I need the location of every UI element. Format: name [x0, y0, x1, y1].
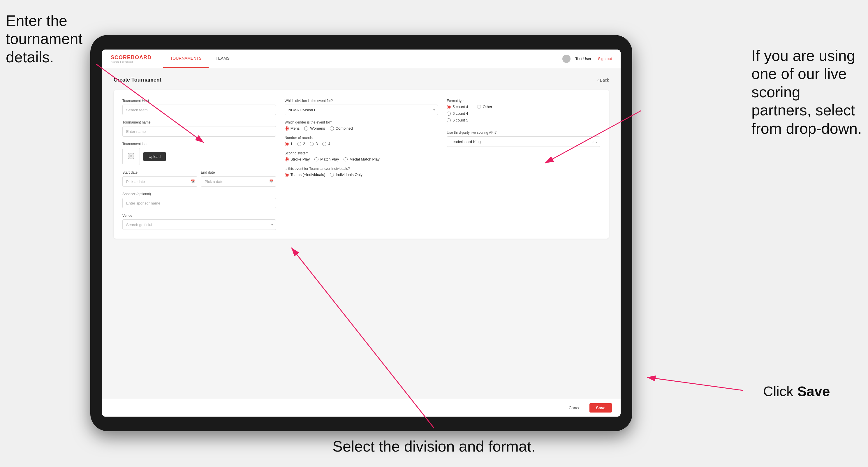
start-date-wrapper: 📅 — [122, 176, 197, 187]
navbar-tabs: TOURNAMENTS TEAMS — [163, 50, 237, 68]
scoring-medal[interactable]: Medal Match Play — [344, 157, 379, 161]
teams-both-label: Teams (+Individuals) — [290, 173, 326, 177]
gender-womens-label: Womens — [310, 126, 325, 130]
scoring-label: Scoring system — [285, 151, 438, 155]
rounds-2-label: 2 — [303, 142, 305, 146]
format-6count4[interactable]: 6 count 4 — [447, 111, 468, 116]
calendar-icon: 📅 — [191, 180, 195, 184]
logo-preview: 🖼 — [122, 148, 140, 165]
gender-mens[interactable]: Mens — [285, 126, 300, 130]
middle-column: Which division is the event for? NCAA Di… — [285, 99, 438, 230]
format-6count4-label: 6 count 4 — [453, 111, 468, 116]
signout-link[interactable]: Sign out — [598, 57, 612, 61]
tournament-name-group: Tournament name — [122, 120, 276, 137]
format-other-label: Other — [483, 104, 492, 109]
gender-label: Which gender is the event for? — [285, 120, 438, 124]
navbar-logo: SCOREBOARD Powered by Clippd — [111, 55, 152, 63]
sponsor-label: Sponsor (optional) — [122, 192, 276, 196]
start-date-input[interactable] — [122, 176, 197, 187]
rounds-1-label: 1 — [290, 142, 292, 146]
division-label: Which division is the event for? — [285, 99, 438, 103]
rounds-1[interactable]: 1 — [285, 142, 292, 146]
form-columns: Tournament Host Tournament name Tourname… — [122, 99, 600, 230]
left-column: Tournament Host Tournament name Tourname… — [122, 99, 276, 230]
scoring-radio-row: Stroke Play Match Play Medal Match Play — [285, 157, 438, 161]
tournament-host-label: Tournament Host — [122, 99, 276, 103]
tournament-logo-label: Tournament logo — [122, 142, 276, 146]
sponsor-group: Sponsor (optional) — [122, 192, 276, 208]
tablet-screen: SCOREBOARD Powered by Clippd TOURNAMENTS… — [102, 50, 621, 416]
annotation-bottom-center: Select the division and format. — [333, 437, 535, 455]
scoring-match-label: Match Play — [320, 157, 339, 161]
venue-input[interactable] — [122, 219, 276, 230]
gender-radio-row: Mens Womens Combined — [285, 126, 438, 130]
scoring-stroke[interactable]: Stroke Play — [285, 157, 310, 161]
navbar: SCOREBOARD Powered by Clippd TOURNAMENTS… — [102, 50, 621, 68]
end-date-group: End date 📅 — [201, 170, 276, 187]
calendar-icon-end: 📅 — [269, 180, 274, 184]
upload-button[interactable]: Upload — [143, 152, 166, 161]
cancel-button[interactable]: Cancel — [564, 403, 586, 412]
venue-select-wrapper: ▾ — [122, 219, 276, 230]
format-5count4-label: 5 count 4 — [453, 104, 468, 109]
live-scoring-input-wrapper: × ⌄ — [447, 136, 600, 147]
sponsor-input[interactable] — [122, 198, 276, 208]
logo-upload-area: 🖼 Upload — [122, 148, 276, 165]
format-options-right: Other — [477, 104, 492, 122]
annotation-bottom-right: Click Save — [763, 383, 862, 400]
gender-combined[interactable]: Combined — [330, 126, 353, 130]
format-other[interactable]: Other — [477, 104, 492, 109]
end-date-label: End date — [201, 170, 276, 175]
format-5count4[interactable]: 5 count 4 — [447, 104, 468, 109]
scoring-match[interactable]: Match Play — [314, 157, 339, 161]
format-options-left: 5 count 4 6 count 4 6 count 5 — [447, 104, 468, 122]
end-date-wrapper: 📅 — [201, 176, 276, 187]
format-6count5[interactable]: 6 count 5 — [447, 118, 468, 122]
live-scoring-clear[interactable]: × ⌄ — [592, 139, 598, 144]
bottom-bar: Cancel Save — [102, 399, 621, 416]
scoring-group: Scoring system Stroke Play Match Play — [285, 151, 438, 161]
format-6count5-label: 6 count 5 — [453, 118, 468, 122]
division-select[interactable]: NCAA Division I — [285, 104, 438, 115]
tab-teams[interactable]: TEAMS — [209, 50, 237, 68]
venue-group: Venue ▾ — [122, 214, 276, 230]
back-link[interactable]: ‹ Back — [597, 78, 609, 83]
main-content: Create Tournament ‹ Back Tournament Host… — [102, 68, 621, 399]
teams-radio-row: Teams (+Individuals) Individuals Only — [285, 173, 438, 177]
scoring-medal-label: Medal Match Play — [349, 157, 379, 161]
page-title: Create Tournament — [114, 77, 161, 83]
rounds-2[interactable]: 2 — [297, 142, 305, 146]
tournament-host-input[interactable] — [122, 104, 276, 115]
format-type-label: Format type — [447, 99, 600, 103]
live-scoring-label: Use third-party live scoring API? — [447, 130, 600, 134]
tablet-device: SCOREBOARD Powered by Clippd TOURNAMENTS… — [90, 35, 632, 431]
form-card: Tournament Host Tournament name Tourname… — [114, 90, 609, 239]
date-row: Start date 📅 End date 📅 — [122, 170, 276, 187]
teams-both[interactable]: Teams (+Individuals) — [285, 173, 326, 177]
division-group: Which division is the event for? NCAA Di… — [285, 99, 438, 115]
gender-group: Which gender is the event for? Mens Wome… — [285, 120, 438, 130]
save-button[interactable]: Save — [589, 403, 612, 412]
gender-womens[interactable]: Womens — [304, 126, 325, 130]
logo-sub: Powered by Clippd — [111, 61, 152, 63]
end-date-input[interactable] — [201, 176, 276, 187]
annotation-top-left: Enter the tournament details. — [6, 12, 87, 66]
start-date-label: Start date — [122, 170, 197, 175]
teams-individuals[interactable]: Individuals Only — [330, 173, 363, 177]
tournament-name-input[interactable] — [122, 126, 276, 137]
tab-tournaments[interactable]: TOURNAMENTS — [163, 50, 209, 68]
division-select-wrapper: NCAA Division I ▾ — [285, 104, 438, 115]
avatar — [562, 55, 570, 63]
live-scoring-input[interactable] — [447, 136, 600, 147]
rounds-4[interactable]: 4 — [322, 142, 330, 146]
format-type-group: Format type 5 count 4 6 count — [447, 99, 600, 122]
navbar-user: Test User | — [575, 57, 593, 61]
teams-individuals-label: Individuals Only — [336, 173, 363, 177]
tournament-host-group: Tournament Host — [122, 99, 276, 115]
venue-label: Venue — [122, 214, 276, 218]
rounds-3[interactable]: 3 — [310, 142, 318, 146]
svg-line-4 — [647, 377, 743, 391]
teams-group: Is this event for Teams and/or Individua… — [285, 167, 438, 177]
gender-combined-label: Combined — [336, 126, 353, 130]
rounds-3-label: 3 — [315, 142, 318, 146]
